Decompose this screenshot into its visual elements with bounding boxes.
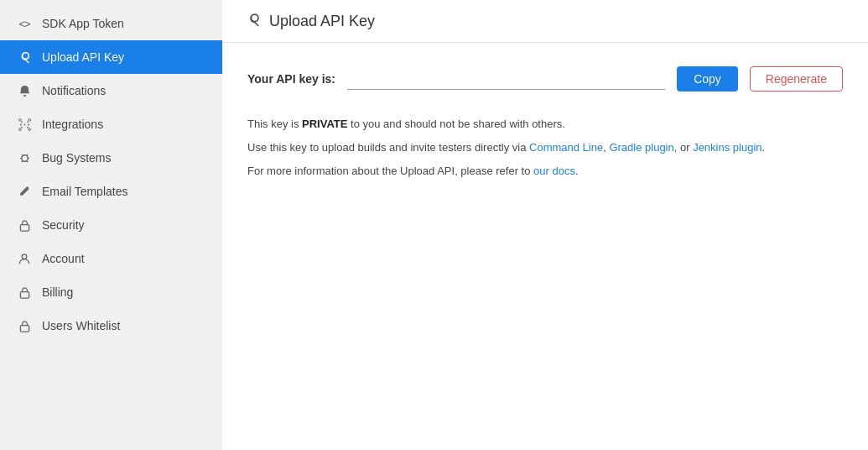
info-line-3: For more information about the Upload AP… [247, 162, 843, 181]
api-key-input[interactable] [347, 69, 665, 90]
api-key-label: Your API key is: [247, 72, 335, 86]
bug-icon [17, 152, 32, 165]
code-icon: <> [17, 18, 32, 30]
sidebar-item-sdk-app-token[interactable]: <> SDK App Token [0, 7, 222, 40]
info-line-2: Use this key to upload builds and invite… [247, 139, 843, 157]
page-title-bar: Upload API Key [222, 0, 868, 43]
page-title-icon [246, 12, 261, 30]
svg-point-6 [22, 254, 27, 259]
sidebar-item-label: Security [42, 218, 85, 232]
svg-point-4 [21, 154, 28, 161]
copy-button[interactable]: Copy [677, 66, 738, 92]
whitelist-lock-icon [17, 320, 32, 332]
command-line-link[interactable]: Command Line [529, 141, 603, 154]
lock-icon [17, 219, 32, 232]
svg-rect-5 [20, 224, 29, 231]
sidebar-item-integrations[interactable]: Integrations [0, 107, 222, 141]
person-icon [17, 253, 32, 265]
sidebar-item-upload-api-key[interactable]: Upload API Key [0, 40, 222, 74]
svg-point-1 [28, 118, 30, 121]
info-line-1: This key is PRIVATE to you and should no… [247, 115, 843, 133]
integrations-icon [17, 118, 32, 131]
svg-point-3 [28, 128, 30, 130]
sidebar-item-label: Notifications [42, 84, 106, 97]
sidebar-item-label: Account [42, 252, 85, 265]
sidebar-item-bug-systems[interactable]: Bug Systems [0, 141, 222, 175]
billing-lock-icon [17, 286, 32, 299]
gradle-plugin-link[interactable]: Gradle plugin [609, 141, 673, 154]
bell-icon [17, 85, 32, 97]
svg-rect-7 [20, 291, 29, 298]
sidebar-item-security[interactable]: Security [0, 208, 222, 242]
sidebar: <> SDK App Token Upload API Key Notifica… [0, 0, 222, 450]
svg-point-2 [18, 128, 21, 130]
sidebar-item-label: Upload API Key [42, 50, 124, 64]
sidebar-item-account[interactable]: Account [0, 242, 222, 275]
svg-rect-8 [20, 325, 29, 332]
page-title: Upload API Key [269, 13, 375, 30]
sidebar-item-label: Billing [42, 285, 73, 299]
sidebar-item-label: Email Templates [42, 185, 127, 198]
key-icon [17, 50, 32, 64]
svg-point-0 [18, 118, 21, 121]
sidebar-item-billing[interactable]: Billing [0, 275, 222, 309]
sidebar-item-users-whitelist[interactable]: Users Whitelist [0, 309, 222, 343]
content-area: Your API key is: Copy Regenerate This ke… [222, 43, 868, 450]
api-key-row: Your API key is: Copy Regenerate [247, 66, 843, 92]
sidebar-item-notifications[interactable]: Notifications [0, 74, 222, 107]
our-docs-link[interactable]: our docs [533, 165, 575, 177]
sidebar-item-label: Bug Systems [42, 151, 111, 165]
regenerate-button[interactable]: Regenerate [750, 66, 843, 92]
jenkins-plugin-link[interactable]: Jenkins plugin [693, 141, 761, 154]
sidebar-item-label: Users Whitelist [42, 319, 120, 332]
sidebar-item-label: Integrations [42, 118, 103, 131]
private-label: PRIVATE [302, 118, 347, 130]
info-text: This key is PRIVATE to you and should no… [247, 115, 843, 181]
sidebar-item-email-templates[interactable]: Email Templates [0, 175, 222, 208]
sidebar-item-label: SDK App Token [42, 17, 124, 30]
main-content: Upload API Key Your API key is: Copy Reg… [222, 0, 868, 450]
pencil-icon [17, 186, 32, 197]
